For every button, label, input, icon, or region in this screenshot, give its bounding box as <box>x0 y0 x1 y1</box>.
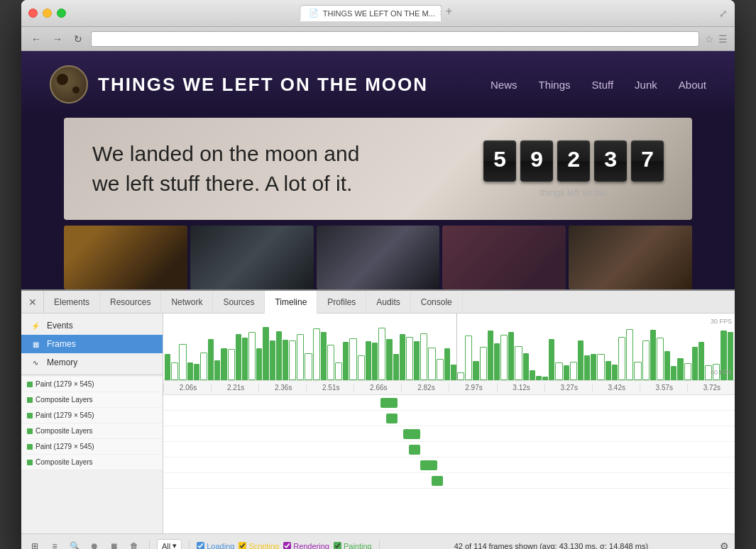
fps-bar <box>549 339 554 380</box>
thumbnail-1[interactable] <box>64 226 187 289</box>
maximize-button[interactable] <box>57 9 66 18</box>
fps-bar <box>530 370 535 380</box>
nav-stuff[interactable]: Stuff <box>592 79 614 91</box>
search-icon-button[interactable]: 🔍 <box>67 538 82 550</box>
checkbox-loading[interactable]: Loading <box>197 542 234 550</box>
fps-bar <box>677 358 683 380</box>
track-row-2 <box>163 426 735 442</box>
track-block-3-0 <box>409 445 420 455</box>
tab-timeline[interactable]: Timeline <box>265 291 317 314</box>
fps-bars <box>163 314 735 380</box>
record-icon-button[interactable]: ⏺ <box>87 538 102 550</box>
tab-console[interactable]: Console <box>411 291 463 314</box>
fps-bar <box>606 361 611 380</box>
url-input[interactable]: css3exp.com/moon/ <box>91 31 699 47</box>
fps-bar <box>473 361 478 380</box>
tab-network[interactable]: Network <box>161 291 213 314</box>
fps-bar <box>283 340 288 380</box>
checkbox-scripting[interactable]: Scripting <box>239 542 279 550</box>
ruler-mark: 2.97s <box>449 384 496 392</box>
fps-bar <box>321 332 327 380</box>
minimize-button[interactable] <box>43 9 52 18</box>
fps-bar <box>372 343 378 380</box>
digit-4: 7 <box>631 140 664 182</box>
fps-bar <box>228 349 235 380</box>
window-expand-icon[interactable]: ⤢ <box>719 8 728 19</box>
track-row-0 <box>163 395 735 411</box>
checkbox-painting-input[interactable] <box>334 542 341 549</box>
dock-icon-button[interactable]: ⊞ <box>27 538 43 550</box>
tab-profiles[interactable]: Profiles <box>317 291 366 314</box>
clear-icon-button[interactable]: 🗑 <box>126 538 142 550</box>
filter-dropdown[interactable]: All ▾ <box>157 539 182 549</box>
fps-bar <box>437 359 444 380</box>
close-button[interactable] <box>28 9 38 18</box>
counter-section: 5 9 2 3 7 things left so far. <box>483 140 664 198</box>
checkbox-rendering-input[interactable] <box>283 542 291 549</box>
site-title: THINGS WE LEFT ON THE MOON <box>98 74 428 96</box>
nav-things[interactable]: Things <box>538 79 570 91</box>
stop-icon-button[interactable]: ⏹ <box>106 538 122 550</box>
filter-dropdown-arrow: ▾ <box>172 541 177 549</box>
thumbnail-2[interactable] <box>190 226 314 289</box>
checkbox-loading-input[interactable] <box>197 542 204 549</box>
fps-chart[interactable]: 30 FPS 60 FPS <box>163 314 735 381</box>
hero-banner: We landed on the moon and we left stuff … <box>64 118 692 220</box>
sidebar-item-frames[interactable]: ▦ Frames <box>21 335 163 353</box>
fps-bar <box>508 332 514 380</box>
nav-about[interactable]: About <box>679 79 706 91</box>
fps-bar <box>378 328 385 380</box>
playhead-line <box>456 314 457 380</box>
checkbox-rendering[interactable]: Rendering <box>283 542 329 550</box>
nav-news[interactable]: News <box>491 79 517 91</box>
tab-resources[interactable]: Resources <box>100 291 161 314</box>
menu-icon[interactable]: ☰ <box>718 33 728 45</box>
settings-gear-button[interactable]: ⚙ <box>720 540 729 550</box>
back-button[interactable]: ← <box>28 32 44 46</box>
fps-bar <box>542 377 548 380</box>
fps-bar <box>400 334 405 380</box>
fps-bar <box>297 334 304 380</box>
nav-junk[interactable]: Junk <box>635 79 657 91</box>
tab-audits[interactable]: Audits <box>366 291 410 314</box>
fps-bar <box>515 346 522 380</box>
thumbnail-3[interactable] <box>317 226 440 289</box>
thumbnail-4[interactable] <box>442 226 566 289</box>
devtools-body: ⚡ Events ▦ Frames ∿ Memory Paint (1279 ×… <box>21 314 735 533</box>
browser-tab-active[interactable]: 📄 THINGS WE LEFT ON THE M... ✕ <box>300 5 442 21</box>
ruler-mark: 2.82s <box>401 384 449 392</box>
star-icon[interactable]: ☆ <box>705 33 714 45</box>
reload-button[interactable]: ↻ <box>71 32 85 46</box>
site-logo: THINGS WE LEFT ON THE MOON <box>50 65 428 104</box>
fps-bar <box>242 338 248 380</box>
thumbnail-5[interactable] <box>569 226 692 289</box>
tab-sources[interactable]: Sources <box>213 291 265 314</box>
fps-bar <box>612 365 618 380</box>
row-color-composite2 <box>27 428 33 434</box>
list-icon-button[interactable]: ≡ <box>47 538 62 550</box>
fps-bar <box>428 348 435 380</box>
ruler-mark: 3.72s <box>687 384 735 392</box>
separator-2 <box>189 540 190 550</box>
fps-bar <box>194 364 199 380</box>
fps-bar <box>358 355 365 380</box>
tab-title: THINGS WE LEFT ON THE M... <box>323 9 435 18</box>
ruler-mark: 2.36s <box>258 384 306 392</box>
tab-elements[interactable]: Elements <box>44 291 100 314</box>
fps-bar <box>584 355 590 380</box>
track-block-1-0 <box>386 414 398 423</box>
checkbox-scripting-input[interactable] <box>239 542 246 549</box>
forward-button[interactable]: → <box>50 32 65 46</box>
sidebar-item-memory[interactable]: ∿ Memory <box>21 353 163 372</box>
new-tab-button[interactable]: + <box>442 5 456 21</box>
fps-bar <box>305 353 312 380</box>
fps-bar <box>406 337 413 380</box>
fps-bar <box>313 328 320 380</box>
devtools-close-button[interactable]: ✕ <box>21 291 44 314</box>
fps-bar <box>165 354 170 380</box>
checkbox-painting[interactable]: Painting <box>334 542 372 550</box>
fps-bar <box>200 353 207 380</box>
sidebar-item-events[interactable]: ⚡ Events <box>21 316 163 335</box>
track-block-5-0 <box>432 476 443 486</box>
events-icon: ⚡ <box>30 321 41 330</box>
